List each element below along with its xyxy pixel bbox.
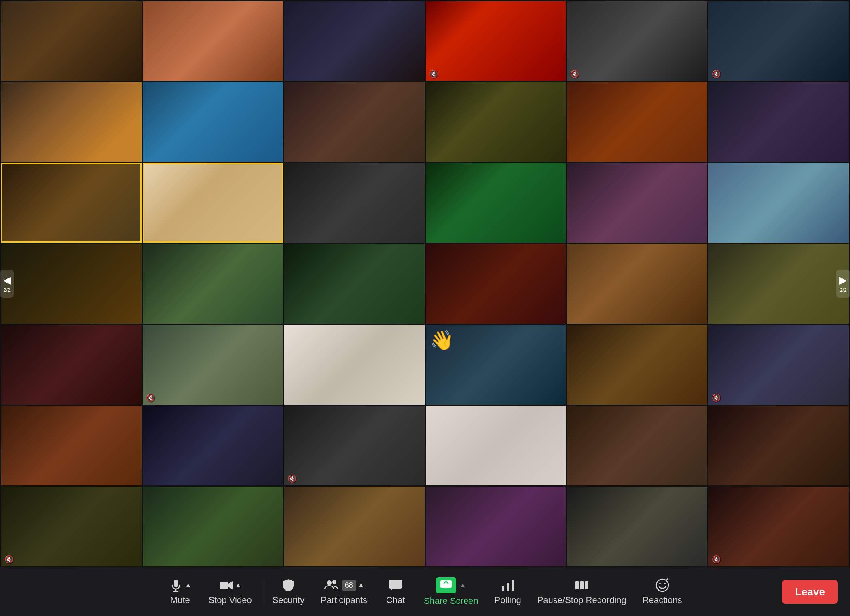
pause-stop-icon xyxy=(575,578,589,593)
video-tile[interactable] xyxy=(284,82,425,162)
video-tile[interactable] xyxy=(567,244,707,323)
right-page-number: 2/2 xyxy=(840,287,847,293)
video-tile[interactable] xyxy=(708,82,849,162)
video-tile[interactable]: 🔇 xyxy=(708,487,849,566)
svg-rect-10 xyxy=(575,581,579,589)
video-tile[interactable] xyxy=(284,244,425,323)
reactions-label: Reactions xyxy=(643,595,682,605)
participants-button[interactable]: 68 ▲ Participants xyxy=(313,575,375,609)
leave-button[interactable]: Leave xyxy=(782,580,838,604)
video-tile[interactable] xyxy=(284,325,425,405)
stop-video-caret: ▲ xyxy=(235,582,241,589)
left-page-number: 2/2 xyxy=(4,287,11,293)
svg-rect-8 xyxy=(507,583,509,591)
muted-icon: 🔇 xyxy=(288,474,296,483)
video-tile[interactable] xyxy=(708,244,849,323)
right-arrow-icon: ▶ xyxy=(839,274,847,286)
muted-icon: 🔇 xyxy=(712,70,721,78)
video-tile[interactable] xyxy=(143,1,283,81)
participants-count-badge: 68 xyxy=(342,580,356,591)
toolbar: ▲ Mute ▲ Stop Video Security xyxy=(0,567,850,616)
video-tile[interactable] xyxy=(1,1,142,81)
wave-emoji: 👋 xyxy=(430,329,454,352)
video-tile[interactable] xyxy=(426,163,566,243)
share-screen-caret: ▲ xyxy=(459,582,466,589)
svg-rect-2 xyxy=(220,582,228,589)
chat-label: Chat xyxy=(386,595,405,605)
video-tile[interactable] xyxy=(708,406,849,485)
video-tile[interactable] xyxy=(1,163,142,243)
video-tile[interactable] xyxy=(426,487,566,566)
muted-icon: 🔇 xyxy=(570,70,579,78)
video-tile[interactable] xyxy=(143,487,283,566)
svg-point-15 xyxy=(664,583,666,584)
security-label: Security xyxy=(273,595,304,605)
video-tile[interactable]: 👋 xyxy=(426,325,566,405)
video-tile[interactable] xyxy=(567,487,707,566)
mute-caret: ▲ xyxy=(185,582,191,589)
video-tile[interactable] xyxy=(143,406,283,485)
stop-video-label: Stop Video xyxy=(208,595,252,605)
muted-icon: 🔇 xyxy=(712,555,721,564)
video-tile[interactable] xyxy=(567,325,707,405)
video-tile[interactable] xyxy=(426,82,566,162)
video-tile[interactable] xyxy=(284,163,425,243)
video-tile[interactable]: 🔇 xyxy=(708,325,849,405)
svg-point-13 xyxy=(656,579,668,591)
reactions-button[interactable]: Reactions xyxy=(634,575,690,609)
muted-icon: 🔇 xyxy=(429,70,438,78)
video-tile[interactable] xyxy=(284,1,425,81)
video-tile[interactable] xyxy=(426,406,566,485)
pause-stop-label: Pause/Stop Recording xyxy=(537,595,626,605)
share-screen-label: Share Screen xyxy=(424,596,478,606)
video-tile[interactable] xyxy=(143,244,283,323)
mute-button[interactable]: ▲ Mute xyxy=(160,575,200,609)
polling-button[interactable]: Polling xyxy=(486,575,529,609)
video-tile[interactable] xyxy=(1,244,142,323)
video-tile[interactable] xyxy=(708,163,849,243)
video-tile[interactable] xyxy=(567,406,707,485)
svg-rect-9 xyxy=(512,580,514,591)
video-tile[interactable]: 🔇 xyxy=(708,1,849,81)
video-tile[interactable] xyxy=(284,487,425,566)
video-tile[interactable]: 🔇 xyxy=(567,1,707,81)
video-tile[interactable]: 🔇 xyxy=(1,487,142,566)
video-tile[interactable]: 🔇 xyxy=(143,325,283,405)
polling-icon xyxy=(501,578,515,593)
video-tile[interactable]: 🔇 xyxy=(426,1,566,81)
participants-caret: ▲ xyxy=(358,582,364,589)
left-arrow-icon: ◀ xyxy=(3,274,11,286)
share-screen-icon: ▲ xyxy=(436,577,466,593)
mute-icon: ▲ xyxy=(169,578,191,593)
video-tile[interactable] xyxy=(426,244,566,323)
svg-rect-7 xyxy=(502,586,504,591)
svg-rect-11 xyxy=(580,581,584,589)
video-tile[interactable] xyxy=(1,406,142,485)
video-tile[interactable] xyxy=(143,163,283,243)
prev-page-button[interactable]: ◀ 2/2 xyxy=(0,270,14,298)
share-screen-button[interactable]: ▲ Share Screen xyxy=(416,574,486,610)
video-tile[interactable] xyxy=(567,82,707,162)
svg-point-3 xyxy=(327,580,332,585)
video-tile[interactable] xyxy=(567,163,707,243)
chat-icon xyxy=(388,578,403,593)
security-icon xyxy=(281,578,296,593)
stop-video-icon: ▲ xyxy=(219,578,241,593)
participants-icon: 68 ▲ xyxy=(324,578,364,593)
video-tile[interactable] xyxy=(143,82,283,162)
participants-label: Participants xyxy=(321,595,367,605)
mute-label: Mute xyxy=(170,595,190,605)
video-tile[interactable] xyxy=(1,325,142,405)
video-tile[interactable] xyxy=(1,82,142,162)
video-tile[interactable]: 🔇 xyxy=(284,406,425,485)
security-button[interactable]: Security xyxy=(264,575,313,609)
svg-rect-12 xyxy=(585,581,588,589)
muted-icon: 🔇 xyxy=(712,393,721,402)
stop-video-button[interactable]: ▲ Stop Video xyxy=(200,575,260,609)
pause-stop-recording-button[interactable]: Pause/Stop Recording xyxy=(529,575,634,609)
chat-button[interactable]: Chat xyxy=(375,575,416,609)
muted-icon: 🔇 xyxy=(146,393,155,402)
next-page-button[interactable]: ▶ 2/2 xyxy=(836,270,850,298)
svg-point-4 xyxy=(332,580,336,584)
svg-point-14 xyxy=(659,583,661,584)
